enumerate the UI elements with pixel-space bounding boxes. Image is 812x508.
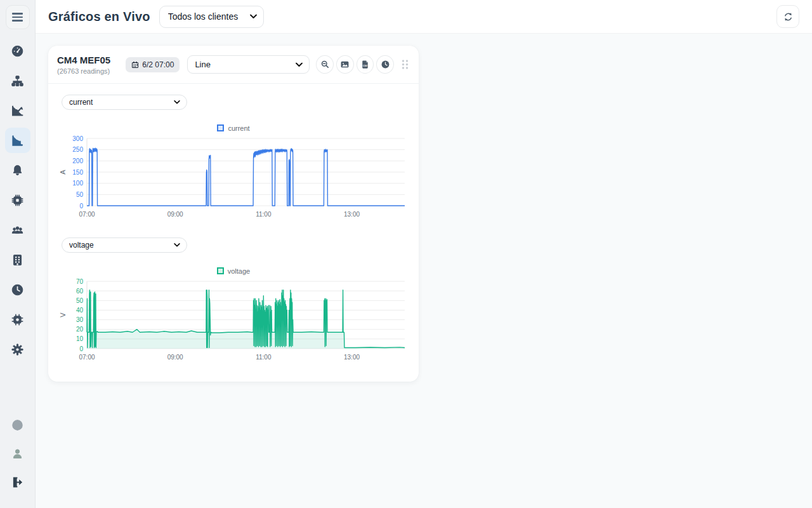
svg-text:0: 0: [79, 203, 83, 210]
user-icon: [11, 447, 24, 460]
hamburger-icon: [12, 13, 23, 15]
sidebar-item-dashboard[interactable]: [5, 38, 30, 64]
svg-text:A: A: [59, 170, 67, 175]
svg-text:250: 250: [72, 146, 83, 153]
sidebar-nav: [5, 38, 30, 366]
device-chart-card: CM4 MEF05 (26763 readings) 6/2 07:00 Lin…: [48, 46, 419, 382]
legend-swatch: [217, 124, 224, 131]
sidebar-item-logout[interactable]: [5, 469, 30, 495]
date-range-badge[interactable]: 6/2 07:00: [126, 57, 180, 72]
gauge-icon: [11, 44, 24, 58]
content-area: CM4 MEF05 (26763 readings) 6/2 07:00 Lin…: [36, 34, 812, 508]
bell-icon: [11, 164, 24, 177]
page-title: Gráficos en Vivo: [48, 10, 150, 24]
line-chart-canvas[interactable]: 01020304050607007:0009:0011:0013:00V: [57, 276, 407, 365]
sign-out-icon: [11, 476, 24, 489]
series-select[interactable]: current: [62, 95, 187, 110]
area-chart-icon: [11, 134, 24, 147]
sidebar-item-history[interactable]: [5, 277, 30, 302]
sidebar-item-live-charts[interactable]: [5, 98, 30, 123]
card-titles: CM4 MEF05 (26763 readings): [57, 55, 126, 75]
readings-count: (26763 readings): [57, 67, 126, 75]
sidebar-item-sitemap[interactable]: [5, 68, 30, 93]
svg-text:13:00: 13:00: [344, 354, 360, 361]
sidebar-item-alerts[interactable]: [5, 157, 30, 183]
gear-icon: [11, 343, 24, 356]
voltage-chart-block: voltage voltage 01020304050607007:0009:0…: [57, 237, 410, 365]
time-settings-button[interactable]: [376, 55, 394, 74]
zoom-out-icon: [320, 60, 330, 69]
microchip-icon: [11, 194, 24, 207]
device-name: CM4 MEF05: [57, 55, 126, 65]
svg-text:20: 20: [76, 326, 84, 333]
export-csv-button[interactable]: CSV: [357, 55, 374, 74]
sidebar-item-language[interactable]: [5, 412, 30, 438]
current-chart-block: current current 05010015020025030007:000…: [57, 95, 410, 222]
svg-text:100: 100: [72, 180, 83, 187]
sidebar-item-profile[interactable]: [5, 441, 30, 466]
svg-text:40: 40: [76, 307, 84, 314]
sidebar-item-devices[interactable]: [5, 187, 30, 213]
client-filter: Todos los clientes: [159, 6, 264, 28]
card-body: current current 05010015020025030007:000…: [48, 84, 419, 382]
sidebar-item-buildings[interactable]: [5, 247, 30, 272]
sidebar-bottom: [5, 412, 30, 498]
sidebar-item-area-charts[interactable]: [5, 128, 30, 153]
chart-legend[interactable]: voltage: [57, 267, 410, 275]
chart-legend[interactable]: current: [57, 124, 410, 132]
svg-text:11:00: 11:00: [256, 211, 272, 218]
line-chart-canvas[interactable]: 05010015020025030007:0009:0011:0013:00A: [57, 133, 407, 222]
svg-text:07:00: 07:00: [79, 211, 95, 218]
svg-text:30: 30: [76, 316, 84, 323]
globe-icon: [11, 418, 24, 432]
export-image-button[interactable]: [336, 55, 354, 74]
sidebar-item-users[interactable]: [5, 217, 30, 243]
card-header: CM4 MEF05 (26763 readings) 6/2 07:00 Lin…: [48, 46, 419, 84]
drag-dots-icon: [400, 59, 410, 70]
svg-text:CSV: CSV: [363, 65, 368, 67]
topbar: Gráficos en Vivo Todos los clientes: [36, 0, 812, 34]
chart-type: Line: [187, 55, 310, 74]
svg-text:0: 0: [79, 345, 83, 352]
svg-text:50: 50: [76, 297, 84, 304]
legend-swatch: [217, 267, 224, 274]
client-filter-select[interactable]: Todos los clientes: [159, 6, 264, 28]
file-csv-icon: CSV: [360, 60, 370, 69]
svg-text:09:00: 09:00: [167, 211, 183, 218]
clock-icon: [381, 60, 390, 69]
svg-text:60: 60: [76, 288, 84, 295]
memory-chip-icon: [11, 313, 24, 326]
menu-toggle-button[interactable]: [6, 5, 30, 29]
svg-text:50: 50: [76, 191, 84, 198]
legend-label: voltage: [228, 267, 250, 275]
svg-text:07:00: 07:00: [79, 354, 95, 361]
sidebar: [0, 0, 36, 508]
sidebar-item-hardware[interactable]: [5, 307, 30, 332]
svg-text:13:00: 13:00: [344, 211, 360, 218]
line-chart-icon: [11, 104, 24, 117]
svg-text:V: V: [59, 312, 67, 318]
date-range-text: 6/2 07:00: [142, 60, 174, 69]
svg-text:300: 300: [72, 135, 83, 142]
sidebar-item-settings[interactable]: [5, 337, 30, 362]
chart-type-select[interactable]: Line: [187, 55, 310, 74]
svg-text:150: 150: [72, 169, 83, 176]
drag-handle[interactable]: [400, 59, 410, 70]
building-icon: [11, 253, 24, 267]
svg-text:200: 200: [72, 157, 83, 164]
series-picker: voltage: [62, 237, 187, 253]
svg-text:70: 70: [76, 278, 84, 285]
svg-text:09:00: 09:00: [167, 354, 183, 361]
svg-text:10: 10: [76, 335, 84, 342]
legend-label: current: [228, 124, 249, 132]
svg-text:11:00: 11:00: [256, 354, 272, 361]
users-icon: [11, 224, 24, 237]
clock-icon: [11, 283, 24, 297]
series-select[interactable]: voltage: [62, 237, 187, 253]
zoom-out-button[interactable]: [316, 55, 334, 74]
calendar-icon: [131, 61, 139, 69]
series-picker: current: [62, 95, 187, 110]
image-icon: [340, 60, 350, 69]
refresh-icon: [783, 11, 794, 22]
refresh-button[interactable]: [776, 5, 799, 28]
